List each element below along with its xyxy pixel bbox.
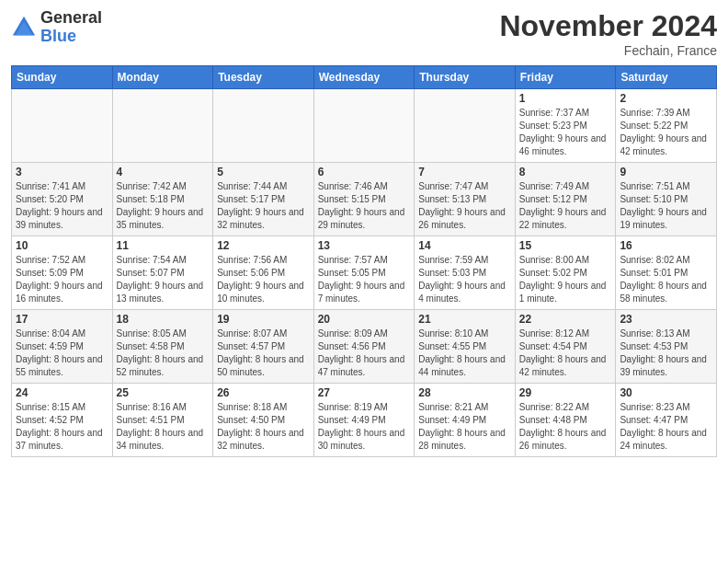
calendar-cell: 21Sunrise: 8:10 AM Sunset: 4:55 PM Dayli… bbox=[415, 310, 516, 384]
day-info: Sunrise: 8:02 AM Sunset: 5:01 PM Dayligh… bbox=[620, 254, 712, 305]
calendar: SundayMondayTuesdayWednesdayThursdayFrid… bbox=[11, 65, 717, 457]
day-number: 21 bbox=[418, 313, 511, 326]
weekday-header-thursday: Thursday bbox=[415, 66, 516, 89]
day-number: 16 bbox=[620, 239, 712, 252]
day-info: Sunrise: 8:07 AM Sunset: 4:57 PM Dayligh… bbox=[217, 327, 310, 379]
calendar-cell: 25Sunrise: 8:16 AM Sunset: 4:51 PM Dayli… bbox=[112, 384, 213, 457]
weekday-header-saturday: Saturday bbox=[616, 66, 717, 89]
day-info: Sunrise: 7:44 AM Sunset: 5:17 PM Dayligh… bbox=[217, 180, 310, 232]
calendar-cell: 24Sunrise: 8:15 AM Sunset: 4:52 PM Dayli… bbox=[12, 384, 113, 457]
header: General Blue November 2024 Fechain, Fran… bbox=[11, 9, 717, 58]
title-block: November 2024 Fechain, France bbox=[499, 9, 717, 58]
day-number: 17 bbox=[16, 313, 108, 326]
calendar-body: 1Sunrise: 7:37 AM Sunset: 5:23 PM Daylig… bbox=[12, 89, 717, 457]
calendar-cell bbox=[213, 89, 314, 163]
day-info: Sunrise: 7:57 AM Sunset: 5:05 PM Dayligh… bbox=[318, 254, 411, 305]
calendar-cell: 10Sunrise: 7:52 AM Sunset: 5:09 PM Dayli… bbox=[12, 236, 113, 310]
day-info: Sunrise: 7:56 AM Sunset: 5:06 PM Dayligh… bbox=[217, 254, 310, 305]
calendar-cell: 6Sunrise: 7:46 AM Sunset: 5:15 PM Daylig… bbox=[313, 163, 415, 236]
calendar-cell: 1Sunrise: 7:37 AM Sunset: 5:23 PM Daylig… bbox=[515, 89, 616, 163]
day-info: Sunrise: 8:21 AM Sunset: 4:49 PM Dayligh… bbox=[418, 401, 511, 453]
calendar-cell: 26Sunrise: 8:18 AM Sunset: 4:50 PM Dayli… bbox=[213, 384, 314, 457]
calendar-cell: 4Sunrise: 7:42 AM Sunset: 5:18 PM Daylig… bbox=[112, 163, 213, 236]
calendar-cell bbox=[313, 89, 415, 163]
calendar-cell: 27Sunrise: 8:19 AM Sunset: 4:49 PM Dayli… bbox=[313, 384, 415, 457]
day-info: Sunrise: 8:23 AM Sunset: 4:47 PM Dayligh… bbox=[620, 401, 712, 453]
day-info: Sunrise: 8:18 AM Sunset: 4:50 PM Dayligh… bbox=[217, 401, 310, 453]
day-number: 18 bbox=[117, 313, 210, 326]
calendar-cell: 17Sunrise: 8:04 AM Sunset: 4:59 PM Dayli… bbox=[12, 310, 113, 384]
day-info: Sunrise: 8:09 AM Sunset: 4:56 PM Dayligh… bbox=[318, 327, 411, 379]
day-number: 28 bbox=[418, 386, 511, 399]
day-number: 12 bbox=[217, 239, 310, 252]
day-number: 9 bbox=[620, 166, 712, 178]
day-number: 1 bbox=[519, 92, 612, 105]
calendar-cell: 11Sunrise: 7:54 AM Sunset: 5:07 PM Dayli… bbox=[112, 236, 213, 310]
day-info: Sunrise: 8:00 AM Sunset: 5:02 PM Dayligh… bbox=[519, 254, 612, 305]
logo-general: General bbox=[40, 9, 102, 28]
calendar-cell: 9Sunrise: 7:51 AM Sunset: 5:10 PM Daylig… bbox=[616, 163, 717, 236]
month-title: November 2024 bbox=[499, 9, 717, 43]
day-number: 29 bbox=[519, 386, 612, 399]
day-info: Sunrise: 7:54 AM Sunset: 5:07 PM Dayligh… bbox=[117, 254, 210, 305]
calendar-cell bbox=[112, 89, 213, 163]
calendar-cell bbox=[12, 89, 113, 163]
day-info: Sunrise: 7:52 AM Sunset: 5:09 PM Dayligh… bbox=[16, 254, 108, 305]
calendar-cell: 19Sunrise: 8:07 AM Sunset: 4:57 PM Dayli… bbox=[213, 310, 314, 384]
calendar-cell bbox=[415, 89, 516, 163]
page-container: General Blue November 2024 Fechain, Fran… bbox=[0, 0, 728, 465]
calendar-cell: 22Sunrise: 8:12 AM Sunset: 4:54 PM Dayli… bbox=[515, 310, 616, 384]
day-number: 22 bbox=[519, 313, 612, 326]
day-info: Sunrise: 8:10 AM Sunset: 4:55 PM Dayligh… bbox=[418, 327, 511, 379]
day-info: Sunrise: 7:41 AM Sunset: 5:20 PM Dayligh… bbox=[16, 180, 108, 232]
day-info: Sunrise: 7:46 AM Sunset: 5:15 PM Dayligh… bbox=[318, 180, 411, 232]
week-row-1: 1Sunrise: 7:37 AM Sunset: 5:23 PM Daylig… bbox=[12, 89, 717, 163]
day-info: Sunrise: 7:37 AM Sunset: 5:23 PM Dayligh… bbox=[519, 107, 612, 158]
day-number: 3 bbox=[16, 166, 108, 178]
day-number: 30 bbox=[620, 386, 712, 399]
day-number: 4 bbox=[117, 166, 210, 178]
day-number: 13 bbox=[318, 239, 411, 252]
week-row-2: 3Sunrise: 7:41 AM Sunset: 5:20 PM Daylig… bbox=[12, 163, 717, 236]
day-number: 5 bbox=[217, 166, 310, 178]
calendar-cell: 23Sunrise: 8:13 AM Sunset: 4:53 PM Dayli… bbox=[616, 310, 717, 384]
weekday-header-friday: Friday bbox=[515, 66, 616, 89]
day-number: 25 bbox=[117, 386, 210, 399]
day-number: 14 bbox=[418, 239, 511, 252]
logo-icon bbox=[11, 15, 37, 40]
weekday-header-monday: Monday bbox=[112, 66, 213, 89]
week-row-4: 17Sunrise: 8:04 AM Sunset: 4:59 PM Dayli… bbox=[12, 310, 717, 384]
day-info: Sunrise: 7:51 AM Sunset: 5:10 PM Dayligh… bbox=[620, 180, 712, 232]
week-row-5: 24Sunrise: 8:15 AM Sunset: 4:52 PM Dayli… bbox=[12, 384, 717, 457]
calendar-cell: 20Sunrise: 8:09 AM Sunset: 4:56 PM Dayli… bbox=[313, 310, 415, 384]
day-info: Sunrise: 7:59 AM Sunset: 5:03 PM Dayligh… bbox=[418, 254, 511, 305]
day-number: 7 bbox=[418, 166, 511, 178]
calendar-cell: 29Sunrise: 8:22 AM Sunset: 4:48 PM Dayli… bbox=[515, 384, 616, 457]
calendar-cell: 3Sunrise: 7:41 AM Sunset: 5:20 PM Daylig… bbox=[12, 163, 113, 236]
day-number: 19 bbox=[217, 313, 310, 326]
calendar-cell: 2Sunrise: 7:39 AM Sunset: 5:22 PM Daylig… bbox=[616, 89, 717, 163]
day-info: Sunrise: 8:22 AM Sunset: 4:48 PM Dayligh… bbox=[519, 401, 612, 453]
day-info: Sunrise: 8:16 AM Sunset: 4:51 PM Dayligh… bbox=[117, 401, 210, 453]
day-info: Sunrise: 8:04 AM Sunset: 4:59 PM Dayligh… bbox=[16, 327, 108, 379]
day-number: 11 bbox=[117, 239, 210, 252]
day-number: 8 bbox=[519, 166, 612, 178]
day-number: 6 bbox=[318, 166, 411, 178]
calendar-cell: 12Sunrise: 7:56 AM Sunset: 5:06 PM Dayli… bbox=[213, 236, 314, 310]
day-info: Sunrise: 8:19 AM Sunset: 4:49 PM Dayligh… bbox=[318, 401, 411, 453]
day-info: Sunrise: 8:05 AM Sunset: 4:58 PM Dayligh… bbox=[117, 327, 210, 379]
calendar-cell: 13Sunrise: 7:57 AM Sunset: 5:05 PM Dayli… bbox=[313, 236, 415, 310]
calendar-cell: 16Sunrise: 8:02 AM Sunset: 5:01 PM Dayli… bbox=[616, 236, 717, 310]
day-info: Sunrise: 8:13 AM Sunset: 4:53 PM Dayligh… bbox=[620, 327, 712, 379]
weekday-header-row: SundayMondayTuesdayWednesdayThursdayFrid… bbox=[12, 66, 717, 89]
day-number: 2 bbox=[620, 92, 712, 105]
location: Fechain, France bbox=[499, 43, 717, 58]
calendar-cell: 8Sunrise: 7:49 AM Sunset: 5:12 PM Daylig… bbox=[515, 163, 616, 236]
week-row-3: 10Sunrise: 7:52 AM Sunset: 5:09 PM Dayli… bbox=[12, 236, 717, 310]
logo-text: General Blue bbox=[40, 9, 102, 46]
weekday-header-wednesday: Wednesday bbox=[313, 66, 415, 89]
calendar-cell: 15Sunrise: 8:00 AM Sunset: 5:02 PM Dayli… bbox=[515, 236, 616, 310]
day-number: 15 bbox=[519, 239, 612, 252]
calendar-cell: 7Sunrise: 7:47 AM Sunset: 5:13 PM Daylig… bbox=[415, 163, 516, 236]
day-number: 23 bbox=[620, 313, 712, 326]
